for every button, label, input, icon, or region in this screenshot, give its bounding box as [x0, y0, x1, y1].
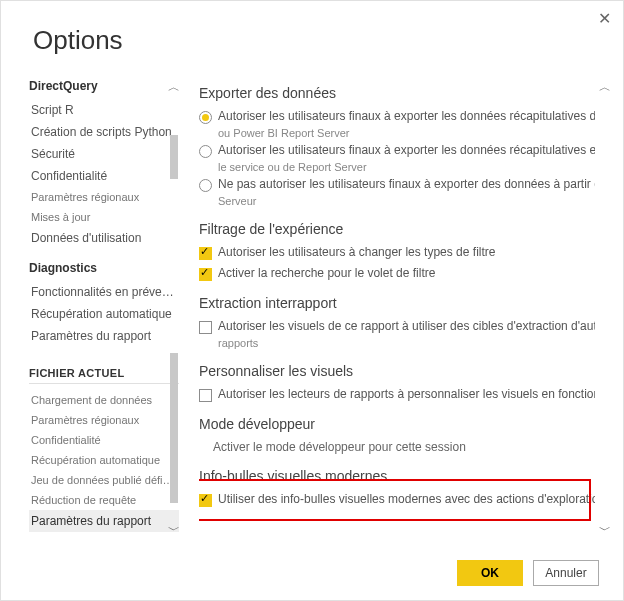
group-filter: Filtrage de l'expérience: [199, 221, 595, 237]
check-modern-tooltips[interactable]: Utiliser des info-bulles visuelles moder…: [199, 492, 595, 507]
checkbox-icon[interactable]: [199, 389, 212, 402]
sidebar-item-data-load[interactable]: Chargement de données: [29, 390, 179, 410]
sidebar-item-preview[interactable]: Fonctionnalités en préversion: [29, 281, 179, 303]
opt-sublabel: le service ou de Report Server: [218, 161, 595, 173]
sidebar-item-published-dataset[interactable]: Jeu de données publié défini…: [29, 470, 179, 490]
page-title: Options: [33, 25, 123, 56]
group-personalize: Personnaliser les visuels: [199, 363, 595, 379]
group-tooltips: Info-bulles visuelles modernes: [199, 468, 595, 484]
check-filter-search[interactable]: Activer la recherche pour le volet de fi…: [199, 266, 595, 281]
sidebar-item-script-r[interactable]: Script R: [29, 99, 179, 121]
sidebar-item-updates[interactable]: Mises à jour: [29, 207, 179, 227]
sidebar-header-diagnostics: Diagnostics: [29, 261, 179, 275]
opt-label: Utiliser des info-bulles visuelles moder…: [218, 492, 595, 506]
sidebar-item-usage[interactable]: Données d'utilisation: [29, 227, 179, 249]
radio-export-opt3[interactable]: Ne pas autoriser les utilisateurs finaux…: [199, 177, 595, 192]
radio-export-opt1[interactable]: Autoriser les utilisateurs finaux à expo…: [199, 109, 595, 124]
checkbox-icon[interactable]: [199, 494, 212, 507]
opt-label: Activer la recherche pour le volet de fi…: [218, 266, 435, 280]
dialog-buttons: OK Annuler: [457, 560, 599, 586]
sidebar-item-confidentiality2[interactable]: Confidentialité: [29, 430, 179, 450]
checkbox-icon[interactable]: [199, 321, 212, 334]
sidebar-item-autorecover[interactable]: Récupération automatique: [29, 303, 179, 325]
content-scrollbar[interactable]: ︿ ﹀: [599, 79, 611, 539]
cancel-button[interactable]: Annuler: [533, 560, 599, 586]
opt-label: Autoriser les visuels de ce rapport à ut…: [218, 319, 595, 333]
radio-icon[interactable]: [199, 145, 212, 158]
opt-label: Autoriser les utilisateurs à changer les…: [218, 245, 495, 259]
sidebar: DirectQuery Script R Création de scripts…: [29, 79, 179, 539]
sidebar-item-confidentiality[interactable]: Confidentialité: [29, 165, 179, 187]
check-filter-types[interactable]: Autoriser les utilisateurs à changer les…: [199, 245, 595, 260]
opt-sublabel: Serveur: [218, 195, 595, 207]
chevron-up-icon[interactable]: ︿: [599, 79, 611, 96]
sidebar-header-directquery: DirectQuery: [29, 79, 179, 93]
checkbox-icon[interactable]: [199, 247, 212, 260]
ok-button[interactable]: OK: [457, 560, 523, 586]
radio-icon[interactable]: [199, 179, 212, 192]
opt-label: Autoriser les lecteurs de rapports à per…: [218, 387, 595, 401]
check-crossreport[interactable]: Autoriser les visuels de ce rapport à ut…: [199, 319, 595, 334]
checkbox-icon[interactable]: [199, 268, 212, 281]
opt-sublabel: ou Power BI Report Server: [218, 127, 595, 139]
opt-sublabel: rapports: [218, 337, 595, 349]
check-personalize[interactable]: Autoriser les lecteurs de rapports à per…: [199, 387, 595, 402]
sidebar-item-query-reduction[interactable]: Réduction de requête: [29, 490, 179, 510]
group-export: Exporter des données: [199, 85, 595, 101]
opt-label: Ne pas autoriser les utilisateurs finaux…: [218, 177, 595, 191]
sidebar-scrollbar[interactable]: ︿ ﹀: [168, 79, 180, 539]
chevron-up-icon[interactable]: ︿: [168, 79, 180, 96]
group-crossreport: Extraction interrapport: [199, 295, 595, 311]
radio-export-opt2[interactable]: Autoriser les utilisateurs finaux à expo…: [199, 143, 595, 158]
devmode-text[interactable]: Activer le mode développeur pour cette s…: [213, 440, 595, 454]
sidebar-item-autorecover2[interactable]: Récupération automatique: [29, 450, 179, 470]
chevron-down-icon[interactable]: ﹀: [599, 522, 611, 539]
group-devmode: Mode développeur: [199, 416, 595, 432]
sidebar-header-current-file: FICHIER ACTUEL: [29, 367, 179, 384]
sidebar-item-regional[interactable]: Paramètres régionaux: [29, 187, 179, 207]
close-icon[interactable]: ✕: [598, 9, 611, 28]
sidebar-item-report-settings2[interactable]: Paramètres du rapport: [29, 510, 179, 532]
sidebar-item-security[interactable]: Sécurité: [29, 143, 179, 165]
content-panel: Exporter des données Autoriser les utili…: [199, 79, 595, 539]
sidebar-item-report-settings[interactable]: Paramètres du rapport: [29, 325, 179, 347]
sidebar-item-regional2[interactable]: Paramètres régionaux: [29, 410, 179, 430]
sidebar-item-python[interactable]: Création de scripts Python: [29, 121, 179, 143]
chevron-down-icon[interactable]: ﹀: [168, 522, 180, 539]
opt-label: Autoriser les utilisateurs finaux à expo…: [218, 109, 595, 123]
radio-icon[interactable]: [199, 111, 212, 124]
opt-label: Autoriser les utilisateurs finaux à expo…: [218, 143, 595, 157]
